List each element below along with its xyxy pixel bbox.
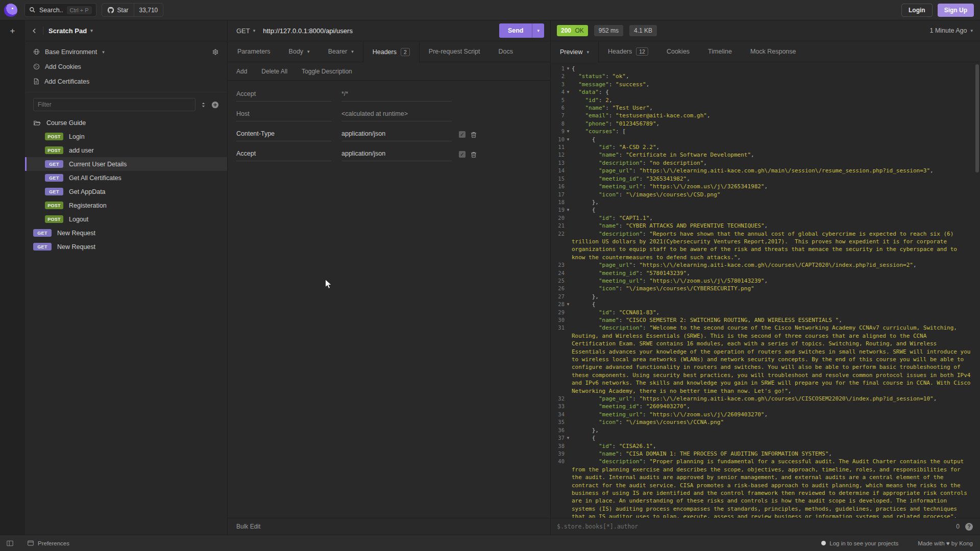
request-item[interactable]: GETGet All Certificates — [25, 171, 227, 185]
insomnia-logo[interactable] — [4, 4, 17, 17]
preferences-button[interactable]: Preferences — [27, 540, 69, 546]
request-item[interactable]: POSTadd user — [25, 143, 227, 157]
github-star-count[interactable]: 33,710 — [134, 4, 163, 16]
fold-gutter — [565, 112, 572, 119]
line-number: 6 — [551, 104, 565, 112]
header-enabled-checkbox[interactable]: ✓ — [459, 151, 465, 158]
search-label: Search.. — [39, 7, 63, 14]
fold-arrow-icon[interactable]: ▼ — [565, 206, 572, 214]
main-area: GET ▾ http://127.0.0.1:8000/api/users Se… — [228, 20, 980, 535]
request-item[interactable]: POSTRegisteration — [25, 198, 227, 212]
tab-headers[interactable]: Headers2 — [363, 41, 420, 62]
filter-input[interactable] — [33, 98, 195, 111]
header-name-input[interactable]: Accept — [236, 148, 331, 161]
header-name-input[interactable]: Accept — [236, 88, 331, 102]
send-options-dropdown[interactable]: ▾ — [532, 23, 544, 38]
search-button[interactable]: Search.. Ctrl + P — [24, 3, 96, 17]
fold-arrow-icon[interactable]: ▼ — [565, 65, 572, 72]
tab-pre-request-script[interactable]: Pre-request Script — [420, 41, 489, 62]
login-projects-link[interactable]: Log in to see your projects — [821, 540, 898, 546]
response-history-dropdown[interactable]: 1 Minute Ago ▾ — [930, 27, 980, 34]
fold-gutter — [565, 293, 572, 300]
code-line: 9▼ "courses": [ — [551, 128, 980, 135]
request-item[interactable]: POSTLogout — [25, 212, 227, 226]
add-request-plus-icon[interactable] — [211, 101, 219, 109]
header-enabled-checkbox[interactable]: ✓ — [459, 131, 465, 138]
delete-header-trash-icon[interactable] — [471, 151, 477, 158]
tab-parameters[interactable]: Parameters — [228, 41, 280, 62]
sort-icon[interactable] — [200, 102, 207, 108]
fold-arrow-icon[interactable]: ▼ — [565, 300, 572, 308]
header-value-input[interactable]: application/json — [341, 128, 452, 141]
request-label: Get All Certificates — [69, 174, 121, 182]
filter-help-icon[interactable]: ? — [965, 523, 973, 531]
method-dropdown[interactable]: GET ▾ — [236, 27, 255, 35]
tab-label: Timeline — [708, 48, 732, 55]
code-text: "name": "CISA DOMAIN 1: THE PROCESS OF A… — [572, 450, 980, 458]
tab-bearer[interactable]: Bearer▾ — [319, 41, 363, 62]
top-bar: Search.. Ctrl + P Star 33,710 Login Sign… — [0, 0, 980, 20]
fold-arrow-icon[interactable]: ▼ — [565, 88, 572, 96]
back-chevron-icon[interactable] — [31, 28, 38, 34]
line-number: 14 — [551, 167, 565, 174]
add-cookies-button[interactable]: Add Cookies — [25, 59, 227, 74]
request-panel: GET ▾ http://127.0.0.1:8000/api/users Se… — [228, 20, 551, 535]
fold-arrow-icon[interactable]: ▼ — [565, 434, 572, 442]
header-name-input[interactable]: Host — [236, 108, 331, 121]
tab-headers[interactable]: Headers12 — [599, 41, 657, 62]
login-button[interactable]: Login — [901, 4, 933, 17]
line-number: 8 — [551, 120, 565, 128]
add-button[interactable]: Add — [228, 68, 254, 75]
tab-timeline[interactable]: Timeline — [699, 41, 741, 62]
code-line: 3 "message": "success", — [551, 81, 980, 88]
layout-columns-icon[interactable] — [6, 540, 14, 547]
response-filter-input[interactable] — [551, 523, 952, 530]
signup-button[interactable]: Sign Up — [938, 4, 974, 17]
request-item[interactable]: GETGet AppData — [25, 185, 227, 198]
url-input[interactable]: http://127.0.0.1:8000/api/users — [263, 27, 353, 35]
environment-settings-gear-icon[interactable] — [212, 48, 219, 56]
github-star-label: Star — [117, 7, 129, 14]
toggle-description-button[interactable]: Toggle Description — [295, 68, 359, 75]
chevron-down-icon: ▾ — [970, 28, 973, 33]
workspace-switcher[interactable]: Scratch Pad ▾ — [48, 27, 93, 35]
tab-mock-response[interactable]: Mock Response — [741, 41, 805, 62]
request-item[interactable]: GETCurrent User Details — [25, 157, 227, 171]
method-badge: POST — [45, 202, 63, 209]
chevron-down-icon: ▾ — [586, 49, 589, 55]
tab-preview[interactable]: Preview▾ — [551, 41, 599, 62]
request-item[interactable]: GETNew Request — [25, 226, 227, 240]
delete-all-button[interactable]: Delete All — [254, 68, 295, 75]
add-certificates-button[interactable]: Add Certificates — [25, 74, 227, 89]
fold-arrow-icon[interactable]: ▼ — [565, 136, 572, 143]
github-star-button[interactable]: Star — [102, 4, 134, 16]
folder-course-guide[interactable]: Course Guide — [25, 116, 227, 130]
tab-body[interactable]: Body▾ — [280, 41, 319, 62]
method-badge: POST — [45, 146, 63, 154]
fold-gutter — [565, 324, 572, 395]
workspace-header: Scratch Pad ▾ — [25, 20, 227, 41]
header-value-input[interactable]: application/json — [341, 148, 452, 161]
delete-header-trash-icon[interactable] — [471, 131, 477, 138]
code-text: "description": "Reports have shown that … — [572, 230, 980, 262]
request-item[interactable]: GETNew Request — [25, 240, 227, 254]
add-workspace-button[interactable]: + — [7, 26, 18, 37]
fold-arrow-icon[interactable]: ▼ — [565, 128, 572, 135]
bulk-edit-button[interactable]: Bulk Edit — [228, 523, 260, 530]
header-name-input[interactable]: Content-Type — [236, 128, 331, 141]
tab-cookies[interactable]: Cookies — [657, 41, 699, 62]
code-text: "meeting_id": "5780143239", — [572, 269, 980, 277]
header-value-input[interactable]: <calculated at runtime> — [341, 108, 452, 121]
response-panel: 200 OK 952 ms 4.1 KB 1 Minute Ago ▾ Prev… — [551, 20, 980, 535]
request-item[interactable]: POSTLogin — [25, 130, 227, 143]
code-text: { — [572, 300, 980, 308]
certificate-file-icon — [33, 78, 39, 85]
base-environment-button[interactable]: Base Environment ▾ — [25, 44, 227, 59]
scrollbar-thumb[interactable] — [975, 64, 979, 172]
send-button[interactable]: Send — [499, 23, 532, 38]
header-value-input[interactable]: */* — [341, 88, 452, 102]
user-dot-icon — [821, 541, 826, 545]
fold-gutter — [565, 222, 572, 230]
code-line: 32 "page_url": "https:\/\/elearning.aiti… — [551, 395, 980, 403]
tab-docs[interactable]: Docs — [489, 41, 522, 62]
